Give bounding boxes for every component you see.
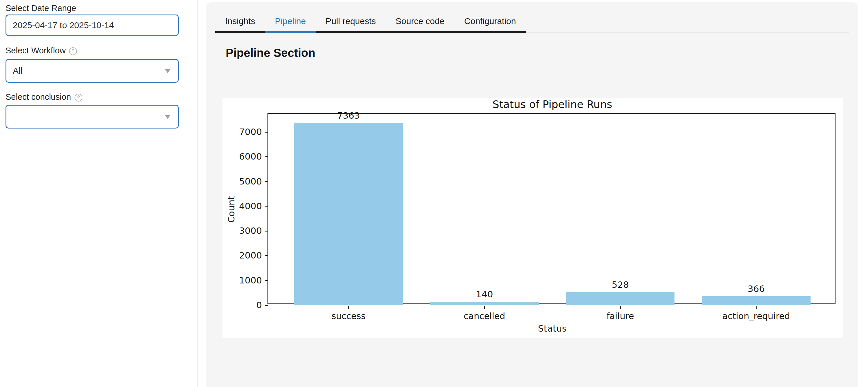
y-tick-label: 0 xyxy=(222,300,262,310)
workflow-label: Select Workflow ? xyxy=(5,46,77,56)
y-tick-label: 5000 xyxy=(222,176,262,187)
y-tick-mark xyxy=(265,156,268,157)
y-tick-label: 6000 xyxy=(222,151,262,162)
conclusion-select[interactable] xyxy=(5,105,179,129)
chevron-down-icon xyxy=(165,115,170,119)
y-tick-mark xyxy=(265,255,268,256)
y-tick-mark xyxy=(265,132,268,133)
workflow-select[interactable]: All xyxy=(5,59,179,83)
y-tick-label: 7000 xyxy=(222,127,262,137)
scrollbar-track[interactable] xyxy=(866,0,866,387)
y-tick-mark xyxy=(265,305,268,306)
tab-pipeline[interactable]: Pipeline xyxy=(265,12,316,33)
tab-source-code[interactable]: Source code xyxy=(386,12,454,33)
help-icon[interactable]: ? xyxy=(74,94,83,101)
conclusion-label: Select conclusion ? xyxy=(5,92,83,102)
tab-insights[interactable]: Insights xyxy=(215,12,265,33)
bar-value-label: 366 xyxy=(713,284,800,294)
help-icon[interactable]: ? xyxy=(69,47,77,55)
x-tick-label: cancelled xyxy=(418,311,551,321)
y-tick-label: 3000 xyxy=(222,225,262,236)
y-tick-mark xyxy=(265,231,268,231)
x-tick-label: action_required xyxy=(690,311,823,321)
x-tick-mark xyxy=(484,306,485,309)
page-title: Pipeline Section xyxy=(226,46,315,60)
workflow-select-value: All xyxy=(13,60,22,82)
bar-failure xyxy=(566,292,675,305)
bar-value-label: 528 xyxy=(577,279,664,290)
bar-action_required xyxy=(702,296,811,305)
y-tick-mark xyxy=(265,181,268,182)
sidebar-divider xyxy=(197,0,197,387)
chevron-down-icon xyxy=(165,69,170,73)
x-axis-label: Status xyxy=(268,323,836,334)
conclusion-label-text: Select conclusion xyxy=(5,92,71,102)
y-tick-label: 2000 xyxy=(222,250,262,260)
tab-pull-requests[interactable]: Pull requests xyxy=(316,12,385,33)
date-range-label: Select Date Range xyxy=(5,3,76,13)
y-tick-label: 1000 xyxy=(222,275,262,286)
bar-value-label: 140 xyxy=(441,289,528,299)
tab-bar: InsightsPipelinePull requestsSource code… xyxy=(215,12,849,33)
tab-configuration[interactable]: Configuration xyxy=(454,12,526,33)
x-tick-label: success xyxy=(282,311,415,321)
y-tick-label: 4000 xyxy=(222,201,262,211)
sidebar: Select Date Range Select Workflow ? All … xyxy=(0,0,198,387)
bar-value-label: 7363 xyxy=(305,110,392,121)
date-range-label-text: Select Date Range xyxy=(5,3,76,13)
bar-cancelled xyxy=(430,302,539,305)
chart-figure: Status of Pipeline Runs Count Status 010… xyxy=(222,98,843,338)
x-tick-mark xyxy=(620,306,621,309)
x-tick-mark xyxy=(756,306,756,309)
bar-success xyxy=(294,123,403,305)
x-tick-label: failure xyxy=(554,311,687,321)
date-range-input[interactable] xyxy=(5,14,179,36)
x-tick-mark xyxy=(348,306,349,309)
main-content-card: InsightsPipelinePull requestsSource code… xyxy=(206,2,858,387)
chart-title: Status of Pipeline Runs xyxy=(268,98,836,112)
workflow-label-text: Select Workflow xyxy=(5,46,66,56)
y-tick-mark xyxy=(265,206,268,206)
y-tick-mark xyxy=(265,280,268,281)
